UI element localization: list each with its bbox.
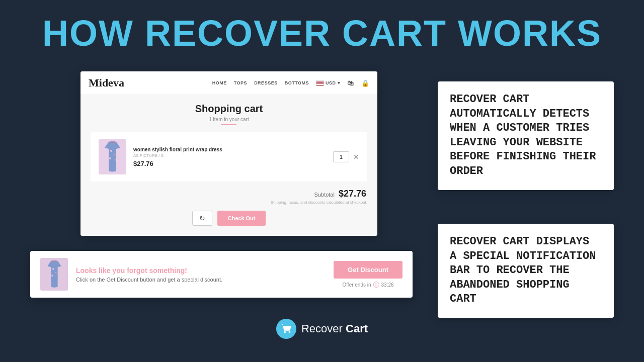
cart-actions: ↻ Check Out	[91, 211, 367, 226]
cart-heading: Shopping cart	[91, 103, 367, 115]
product-info: women stylish floral print wrap dress AS…	[133, 147, 326, 167]
page-title: HOW RECOVER CART WORKS	[0, 0, 644, 61]
cart-mockup: Mideva HOME TOPS DRESSES BOTTOMS USD ▾ 🛍…	[80, 71, 377, 236]
product-name: women stylish floral print wrap dress	[133, 147, 326, 152]
svg-point-4	[52, 268, 54, 270]
info-box-2: Recover Cart Displays a special notifica…	[438, 224, 614, 318]
subtotal-value: $27.76	[339, 189, 366, 199]
product-sku: AS PICTURE / S	[133, 153, 326, 158]
info-box-1: Recover Cart automatically detects when …	[438, 81, 614, 190]
us-flag-icon	[316, 80, 324, 86]
product-price: $27.76	[133, 160, 326, 167]
lock-icon[interactable]: 🔒	[361, 79, 370, 87]
svg-point-5	[55, 272, 56, 273]
svg-point-6	[51, 275, 53, 277]
offer-text: Offer ends in	[342, 282, 371, 288]
cart-item-count: 1 item in your cart	[91, 117, 367, 125]
nav-tops[interactable]: TOPS	[234, 80, 247, 85]
cart-item: women stylish floral print wrap dress AS…	[99, 139, 359, 174]
brand-name: Recover Cart	[301, 322, 368, 335]
notif-product-image	[40, 258, 68, 291]
svg-point-0	[110, 150, 112, 152]
timer-icon: ⏱	[373, 282, 379, 288]
notification-description: Click on the Get Discount button and get…	[76, 277, 326, 283]
svg-point-7	[284, 331, 286, 333]
content-area: Mideva HOME TOPS DRESSES BOTTOMS USD ▾ 🛍…	[0, 66, 644, 348]
currency-label: USD	[326, 80, 336, 85]
notification-cta: Get Discount Offer ends in ⏱ 33:26	[334, 261, 403, 288]
chevron-down-icon: ▾	[338, 80, 341, 85]
svg-point-3	[115, 159, 116, 160]
timer-value: 33:26	[381, 282, 394, 288]
nav-home[interactable]: HOME	[212, 80, 227, 85]
quantity-input[interactable]: 1	[333, 151, 349, 162]
svg-point-8	[289, 331, 291, 333]
notification-text-area: Looks like you forgot something! Click o…	[76, 266, 326, 283]
product-image	[99, 139, 126, 174]
get-discount-button[interactable]: Get Discount	[334, 261, 403, 279]
refresh-button[interactable]: ↻	[192, 211, 212, 226]
svg-point-2	[109, 157, 111, 159]
offer-timer: Offer ends in ⏱ 33:26	[342, 282, 393, 288]
shipping-note: Shipping, taxes, and discounts calculate…	[91, 200, 367, 205]
store-logo: Mideva	[89, 76, 212, 89]
item-quantity: 1 ✕	[333, 151, 359, 162]
cart-content: Shopping cart 1 item in your cart	[80, 95, 377, 236]
cart-icon[interactable]: 🛍	[347, 79, 354, 87]
cart-items-area: women stylish floral print wrap dress AS…	[91, 132, 367, 182]
nav-bottoms[interactable]: BOTTOMS	[285, 80, 309, 85]
svg-point-1	[114, 154, 115, 155]
checkout-button[interactable]: Check Out	[217, 211, 265, 226]
info-box-2-text: Recover Cart Displays a special notifica…	[450, 235, 602, 307]
info-box-1-text: Recover Cart automatically detects when …	[450, 93, 602, 179]
store-nav: Mideva HOME TOPS DRESSES BOTTOMS USD ▾ 🛍…	[80, 71, 377, 95]
currency-selector[interactable]: USD ▾	[316, 80, 340, 86]
footer-branding: Recover Cart	[276, 319, 368, 339]
brand-logo-icon	[276, 319, 296, 339]
nav-dresses[interactable]: DRESSES	[254, 80, 278, 85]
brand-name-bold: Cart	[346, 322, 368, 335]
subtotal-label: Subtotal	[314, 192, 335, 198]
notification-title: Looks like you forgot something!	[76, 266, 326, 275]
nav-links: HOME TOPS DRESSES BOTTOMS USD ▾ 🛍 🔒	[212, 79, 369, 87]
remove-item-button[interactable]: ✕	[353, 153, 359, 161]
brand-name-regular: Recover	[301, 322, 343, 335]
notification-bar: Looks like you forgot something! Click o…	[30, 251, 413, 298]
cart-summary: Subtotal $27.76	[91, 189, 367, 200]
